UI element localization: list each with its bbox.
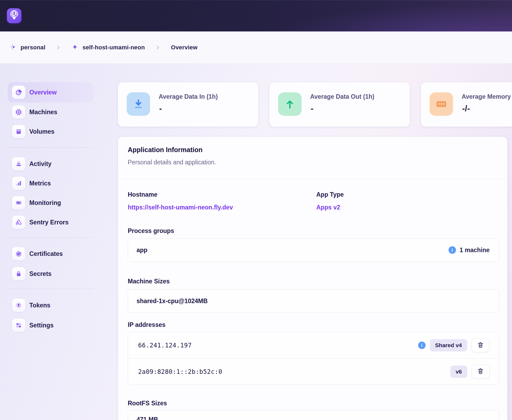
sidebar-item-activity[interactable]: Activity <box>8 157 94 171</box>
app-info-subtitle: Personal details and application. <box>128 159 216 166</box>
ip-type-badge: v6 <box>450 366 467 378</box>
sidebar-item-label: Activity <box>29 160 51 168</box>
sidebar-item-label: Certificates <box>29 250 63 257</box>
sidebar-item-monitoring[interactable]: Monitoring <box>8 196 94 210</box>
sidebar-item-label: Machines <box>29 109 57 116</box>
stat-card-data-in: Average Data In (1h) - <box>118 82 258 127</box>
stat-label: Average Memory <box>462 93 511 100</box>
sidebar-item-label: Overview <box>29 89 57 96</box>
process-group-row: app 1 machine <box>128 238 499 262</box>
delete-ip-button[interactable] <box>471 365 490 379</box>
sidebar-item-label: Volumes <box>29 128 54 135</box>
sidebar-item-overview[interactable]: Overview <box>8 82 94 102</box>
memory-icon <box>430 92 453 116</box>
info-icon[interactable] <box>418 342 426 349</box>
sidebar-item-label: Settings <box>29 322 54 329</box>
sidebar-item-label: Metrics <box>29 180 51 187</box>
stat-value: - <box>311 104 313 113</box>
top-header <box>0 0 512 31</box>
data-in-arrow-icon <box>127 92 150 116</box>
ip-addresses-label: IP addresses <box>128 321 166 328</box>
chevron-right-icon <box>155 45 161 50</box>
volume-box-icon <box>12 125 26 138</box>
application-information-card: Application Information Personal details… <box>118 137 507 420</box>
ip-type-badge: Shared v4 <box>430 339 467 351</box>
org-dots-icon <box>10 43 17 51</box>
rootfs-sizes-label: RootFS Sizes <box>128 400 167 407</box>
fly-logo[interactable] <box>7 8 21 23</box>
machine-size-value: shared-1x-cpu@1024MB <box>137 298 208 305</box>
stat-value: -/- <box>462 104 470 113</box>
sidebar-item-volumes[interactable]: Volumes <box>8 125 94 138</box>
sidebar-divider <box>8 289 94 289</box>
breadcrumb: personal self-host-umami-neon Overview <box>0 31 512 64</box>
sidebar-item-tokens[interactable]: Tokens <box>8 298 94 312</box>
sparkle-icon <box>71 43 78 51</box>
rootfs-size-value: 471 MB <box>137 416 158 420</box>
sidebar-item-label: Monitoring <box>29 199 61 207</box>
sentry-logo-icon <box>12 215 26 229</box>
ip-row-v6: 2a09:8280:1::2b:b52c:0 v6 <box>128 358 499 385</box>
padlock-icon <box>12 267 26 281</box>
breadcrumb-org[interactable]: personal <box>10 43 45 51</box>
bar-chart-icon <box>12 176 26 190</box>
breadcrumb-org-label: personal <box>21 44 45 51</box>
breadcrumb-app-label: self-host-umami-neon <box>82 44 145 51</box>
cpu-chip-icon <box>12 105 26 119</box>
app-type-link[interactable]: Apps v2 <box>316 204 340 211</box>
balloon-icon <box>9 10 19 22</box>
toggles-icon <box>12 318 26 332</box>
sidebar-item-label: Secrets <box>29 270 51 278</box>
sidebar-item-label: Sentry Errors <box>29 219 69 226</box>
overview-icon <box>12 85 26 99</box>
pulse-monitor-icon <box>12 196 26 210</box>
trash-icon <box>477 342 484 349</box>
stat-value: - <box>159 104 162 113</box>
sidebar-item-secrets[interactable]: Secrets <box>8 267 94 281</box>
trash-icon <box>477 368 484 375</box>
sidebar-divider <box>8 237 94 238</box>
ip-addresses-box: 66.241.124.197 Shared v4 <box>128 332 499 385</box>
sidebar-item-sentry-errors[interactable]: Sentry Errors <box>8 215 94 229</box>
activity-stack-icon <box>12 157 26 171</box>
ip-row-v4: 66.241.124.197 Shared v4 <box>128 332 499 358</box>
hostname-label: Hostname <box>128 191 157 198</box>
breadcrumb-app[interactable]: self-host-umami-neon <box>71 43 145 51</box>
rootfs-size-row: 471 MB <box>128 410 499 420</box>
stat-label: Average Data Out (1h) <box>310 93 374 100</box>
sidebar-item-metrics[interactable]: Metrics <box>8 176 94 190</box>
sidebar-item-settings[interactable]: Settings <box>8 318 94 332</box>
certificate-badge-icon <box>12 247 26 261</box>
breadcrumb-page-label: Overview <box>171 44 197 51</box>
machine-sizes-label: Machine Sizes <box>128 278 170 285</box>
app-info-title: Application Information <box>128 146 203 154</box>
stat-label: Average Data In (1h) <box>159 93 218 100</box>
breadcrumb-page[interactable]: Overview <box>171 44 197 51</box>
sidebar-item-label: Tokens <box>29 302 50 309</box>
sidebar-item-machines[interactable]: Machines <box>8 105 94 119</box>
divider <box>118 179 507 179</box>
app-type-label: App Type <box>316 191 344 198</box>
data-out-arrow-icon <box>278 92 302 116</box>
info-icon[interactable] <box>449 246 456 254</box>
machine-count: 1 machine <box>460 247 490 254</box>
process-groups-label: Process groups <box>128 227 174 235</box>
ip-address: 2a09:8280:1::2b:b52c:0 <box>138 368 222 375</box>
sidebar-divider <box>8 147 94 148</box>
delete-ip-button[interactable] <box>471 338 490 352</box>
stat-card-memory: Average Memory -/- <box>421 82 512 127</box>
sidebar-item-certificates[interactable]: Certificates <box>8 247 94 261</box>
machine-size-row: shared-1x-cpu@1024MB <box>128 289 499 313</box>
keyhole-icon <box>12 298 26 312</box>
process-group-name: app <box>137 247 147 254</box>
stat-card-data-out: Average Data Out (1h) - <box>269 82 410 127</box>
hostname-link[interactable]: https://self-host-umami-neon.fly.dev <box>128 204 233 211</box>
ip-address: 66.241.124.197 <box>138 342 192 349</box>
chevron-right-icon <box>55 45 61 50</box>
page: personal self-host-umami-neon Overview <box>0 0 512 420</box>
